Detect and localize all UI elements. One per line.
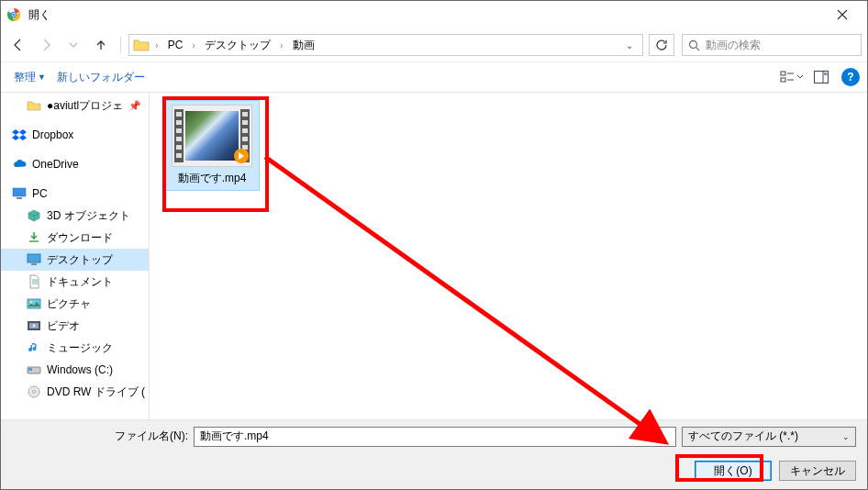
svg-rect-16 xyxy=(17,197,22,199)
tree-item-windows-c[interactable]: Windows (C:) xyxy=(1,359,149,381)
chevron-right-icon: › xyxy=(155,39,159,50)
play-icon xyxy=(234,149,249,163)
address-bar[interactable]: › PC › デスクトップ › 動画 ⌄ xyxy=(128,34,643,56)
dvd-icon xyxy=(27,384,41,399)
videos-icon xyxy=(27,318,41,333)
tree-item-dvd[interactable]: DVD RW ドライブ ( xyxy=(1,381,149,403)
svg-rect-8 xyxy=(781,72,785,75)
tree-item-pictures[interactable]: ピクチャ xyxy=(1,293,149,315)
back-button[interactable] xyxy=(6,33,30,57)
dialog-title: 開く xyxy=(28,7,823,23)
open-button[interactable]: 開く(O) xyxy=(695,461,772,481)
tree-item-music[interactable]: ミュージック xyxy=(1,337,149,359)
folder-icon xyxy=(133,38,150,52)
svg-rect-9 xyxy=(781,78,785,82)
up-button[interactable] xyxy=(89,33,113,57)
dropbox-icon xyxy=(12,128,27,142)
cancel-button[interactable]: キャンセル xyxy=(779,461,856,481)
search-input[interactable]: 動画の検索 xyxy=(682,34,862,56)
chrome-icon xyxy=(6,7,21,22)
tree-item-onedrive[interactable]: OneDrive xyxy=(1,153,149,175)
title-bar: 開く xyxy=(1,1,867,28)
music-icon xyxy=(27,340,41,355)
chevron-right-icon: › xyxy=(280,39,284,50)
pc-icon xyxy=(12,186,27,201)
file-item-video[interactable]: 動画です.mp4 xyxy=(164,100,260,191)
main-area: ●aviutlプロジェ📌 Dropbox OneDrive PC 3D オブジェ… xyxy=(1,93,867,419)
refresh-button[interactable] xyxy=(649,34,674,56)
onedrive-icon xyxy=(12,157,27,172)
chevron-right-icon: › xyxy=(192,39,195,50)
preview-pane-button[interactable] xyxy=(807,66,836,88)
svg-rect-17 xyxy=(28,254,40,262)
chevron-down-icon xyxy=(796,73,804,81)
breadcrumb-pc[interactable]: PC xyxy=(164,37,187,53)
svg-line-7 xyxy=(696,47,700,50)
navigation-tree[interactable]: ●aviutlプロジェ📌 Dropbox OneDrive PC 3D オブジェ… xyxy=(1,93,150,419)
chevron-down-icon: ▼ xyxy=(38,72,46,82)
address-dropdown[interactable]: ⌄ xyxy=(620,40,639,50)
nav-bar: › PC › デスクトップ › 動画 ⌄ 動画の検索 xyxy=(1,28,867,61)
filename-input[interactable] xyxy=(194,427,676,447)
pin-icon: 📌 xyxy=(128,100,141,112)
close-button[interactable] xyxy=(823,2,862,28)
svg-rect-18 xyxy=(31,263,37,265)
desktop-icon xyxy=(27,252,41,267)
filename-row: ファイル名(N): すべてのファイル (*.*) ⌄ xyxy=(1,419,867,452)
downloads-icon xyxy=(27,230,41,245)
pictures-icon xyxy=(27,296,41,311)
tree-item-aviutl[interactable]: ●aviutlプロジェ📌 xyxy=(1,95,149,117)
svg-point-6 xyxy=(690,40,697,48)
tree-item-dropbox[interactable]: Dropbox xyxy=(1,124,149,146)
svg-rect-14 xyxy=(824,72,828,75)
filetype-select[interactable]: すべてのファイル (*.*) ⌄ xyxy=(682,427,856,447)
breadcrumb-desktop[interactable]: デスクトップ xyxy=(201,36,274,55)
nav-separator xyxy=(120,37,121,53)
folder-icon xyxy=(27,98,41,113)
view-options-button[interactable] xyxy=(777,66,807,88)
breadcrumb-leaf[interactable]: 動画 xyxy=(289,36,318,55)
3d-objects-icon xyxy=(27,208,41,223)
tree-item-videos[interactable]: ビデオ xyxy=(1,315,149,337)
chevron-down-icon: ⌄ xyxy=(842,432,850,441)
video-thumbnail xyxy=(172,105,252,167)
tree-item-pc[interactable]: PC xyxy=(1,183,149,205)
toolbar: 整理▼ 新しいフォルダー ? xyxy=(1,61,867,93)
filename-label: ファイル名(N): xyxy=(115,429,188,444)
file-list-area[interactable]: 動画です.mp4 xyxy=(150,93,867,419)
svg-point-5 xyxy=(12,13,15,16)
help-button[interactable]: ? xyxy=(841,68,860,86)
svg-point-20 xyxy=(30,301,33,304)
drive-icon xyxy=(27,362,41,377)
svg-rect-19 xyxy=(28,299,40,308)
recent-dropdown[interactable] xyxy=(61,33,85,57)
file-name-label: 動画です.mp4 xyxy=(178,171,247,186)
tree-item-3d-objects[interactable]: 3D オブジェクト xyxy=(1,205,149,227)
search-icon xyxy=(688,39,700,51)
documents-icon xyxy=(27,274,41,289)
svg-point-26 xyxy=(33,391,36,394)
forward-button[interactable] xyxy=(34,33,58,57)
svg-rect-24 xyxy=(28,368,32,371)
tree-item-desktop[interactable]: デスクトップ xyxy=(1,249,149,271)
button-row: 開く(O) キャンセル xyxy=(1,452,867,489)
tree-item-downloads[interactable]: ダウンロード xyxy=(1,227,149,249)
file-open-dialog: 開く › PC › デスクトップ › 動画 ⌄ xyxy=(0,0,868,490)
tree-item-documents[interactable]: ドキュメント xyxy=(1,271,149,293)
organize-menu[interactable]: 整理▼ xyxy=(8,66,51,89)
search-placeholder: 動画の検索 xyxy=(706,38,761,53)
new-folder-button[interactable]: 新しいフォルダー xyxy=(51,66,150,89)
svg-rect-15 xyxy=(13,188,26,196)
